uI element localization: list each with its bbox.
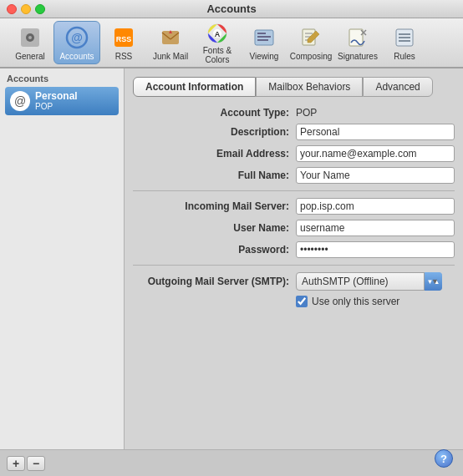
maximize-button[interactable] <box>35 4 45 14</box>
svg-text:A: A <box>215 30 221 38</box>
toolbar-rss-label: RSS <box>115 52 133 61</box>
toolbar-item-viewing[interactable]: Viewing <box>241 21 287 64</box>
description-label: Description: <box>133 126 296 138</box>
account-name: Personal <box>35 90 78 102</box>
incoming-server-row: Incoming Mail Server: <box>133 198 455 215</box>
description-row: Description: <box>133 124 455 140</box>
account-type-label: Account Type: <box>133 107 296 119</box>
username-input[interactable] <box>296 220 455 236</box>
toolbar-item-junk-mail[interactable]: Junk Mail <box>147 21 194 64</box>
account-avatar: @ <box>10 91 30 111</box>
toolbar-signatures-label: Signatures <box>338 52 378 61</box>
outgoing-server-select-wrapper: AuthSMTP (Offline) ▼▲ <box>296 272 442 291</box>
add-account-button[interactable]: + <box>7 456 25 471</box>
email-input[interactable] <box>296 145 455 162</box>
password-input[interactable] <box>296 241 455 258</box>
sidebar-title: Accounts <box>5 73 119 84</box>
fonts-colors-icon: A <box>204 22 231 45</box>
right-panel: Account Information Mailbox Behaviors Ad… <box>125 68 463 449</box>
full-name-row: Full Name: <box>133 167 455 184</box>
form-divider-1 <box>133 190 455 191</box>
checkbox-row: Use only this server <box>296 296 455 307</box>
svg-rect-16 <box>257 36 271 38</box>
toolbar-item-accounts[interactable]: @ Accounts <box>53 21 100 64</box>
toolbar-item-general[interactable]: General <box>7 21 53 64</box>
full-name-label: Full Name: <box>133 170 296 181</box>
rss-icon: RSS <box>110 24 137 51</box>
remove-account-button[interactable]: − <box>27 456 45 471</box>
toolbar-item-rules[interactable]: Rules <box>381 21 428 64</box>
email-row: Email Address: <box>133 145 455 162</box>
password-row: Password: <box>133 241 455 258</box>
account-type-row: Account Type: POP <box>133 107 455 119</box>
general-icon <box>17 24 43 51</box>
svg-rect-17 <box>257 39 268 41</box>
toolbar-junk-label: Junk Mail <box>153 52 188 61</box>
toolbar-item-fonts-colors[interactable]: A Fonts & Colors <box>194 21 241 64</box>
toolbar-item-rss[interactable]: RSS RSS <box>100 21 147 64</box>
checkbox-label: Use only this server <box>312 296 399 307</box>
account-type: POP <box>35 102 78 112</box>
account-form: Account Type: POP Description: Email Add… <box>133 107 455 307</box>
toolbar-viewing-label: Viewing <box>250 52 279 61</box>
signatures-icon <box>344 24 371 51</box>
tab-advanced[interactable]: Advanced <box>363 77 432 97</box>
incoming-server-input[interactable] <box>296 198 455 215</box>
window-title: Accounts <box>206 3 256 15</box>
toolbar-rules-label: Rules <box>394 52 415 61</box>
use-only-server-checkbox[interactable] <box>296 296 308 307</box>
toolbar-fonts-label: Fonts & Colors <box>196 46 238 64</box>
toolbar-general-label: General <box>15 52 45 61</box>
password-label: Password: <box>133 244 296 256</box>
toolbar-item-composing[interactable]: Composing <box>287 21 334 64</box>
tab-bar: Account Information Mailbox Behaviors Ad… <box>133 77 455 97</box>
accounts-icon: @ <box>64 24 90 51</box>
form-divider-2 <box>133 265 455 266</box>
toolbar-accounts-label: Accounts <box>59 52 94 61</box>
close-button[interactable] <box>7 4 17 14</box>
account-type-value: POP <box>296 107 317 119</box>
svg-text:@: @ <box>71 31 83 44</box>
svg-rect-23 <box>349 29 363 46</box>
junk-mail-icon <box>157 24 184 51</box>
sidebar: Accounts @ Personal POP <box>0 68 125 449</box>
svg-point-2 <box>28 36 32 39</box>
description-input[interactable] <box>296 124 455 140</box>
outgoing-server-select[interactable]: AuthSMTP (Offline) <box>296 272 442 291</box>
minimize-button[interactable] <box>21 4 31 14</box>
svg-rect-15 <box>257 33 266 34</box>
full-name-input[interactable] <box>296 167 455 184</box>
help-button[interactable]: ? <box>435 449 453 468</box>
username-label: User Name: <box>133 222 296 234</box>
toolbar-item-signatures[interactable]: Signatures <box>334 21 381 64</box>
toolbar-composing-label: Composing <box>290 52 333 61</box>
titlebar-buttons <box>7 4 45 14</box>
outgoing-server-label: Outgoing Mail Server (SMTP): <box>133 276 296 287</box>
account-list-item[interactable]: @ Personal POP <box>5 87 119 115</box>
main-content: Accounts @ Personal POP Account Informat… <box>0 68 463 449</box>
titlebar: Accounts <box>0 0 463 18</box>
username-row: User Name: <box>133 220 455 236</box>
viewing-icon <box>251 24 277 51</box>
svg-text:RSS: RSS <box>116 35 132 43</box>
email-label: Email Address: <box>133 148 296 160</box>
incoming-server-label: Incoming Mail Server: <box>133 200 296 212</box>
bottom-bar: + − ? <box>0 449 463 476</box>
tab-account-information[interactable]: Account Information <box>133 77 256 97</box>
composing-icon <box>298 24 324 51</box>
toolbar: General @ Accounts RSS RSS J <box>0 18 463 68</box>
rules-icon <box>391 24 418 51</box>
outgoing-server-row: Outgoing Mail Server (SMTP): AuthSMTP (O… <box>133 272 455 291</box>
tab-mailbox-behaviors[interactable]: Mailbox Behaviors <box>256 77 363 97</box>
account-info: Personal POP <box>35 90 78 112</box>
